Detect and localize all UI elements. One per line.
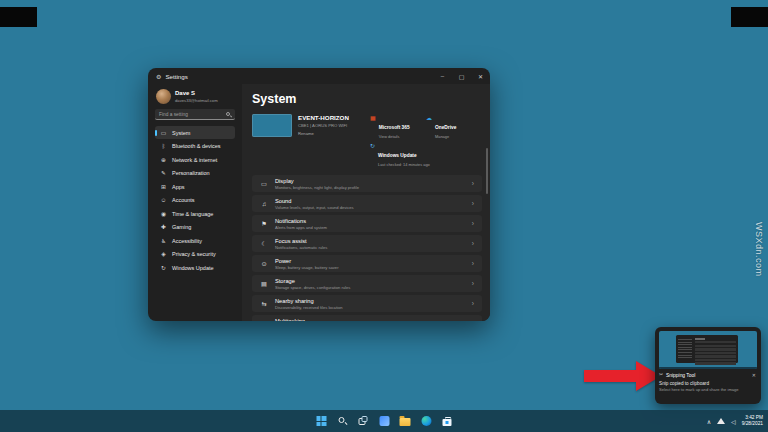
chevron-right-icon: › (472, 200, 474, 207)
settings-content: System EVENT-HORIZON CBE1 | AORUS PRO WI… (242, 84, 490, 321)
avatar (156, 89, 171, 104)
sidebar-item-gaming[interactable]: ✚ Gaming (155, 221, 235, 234)
toast-close-icon[interactable]: ✕ (751, 372, 757, 378)
sidebar-item-bluetooth-devices[interactable]: ᛒ Bluetooth & devices (155, 140, 235, 153)
gaming-icon: ✚ (160, 224, 167, 230)
sidebar-item-windows-update[interactable]: ↻ Windows Update (155, 261, 235, 274)
tray-date: 9/28/2021 (742, 421, 763, 427)
window-title: Settings (165, 73, 187, 80)
chevron-right-icon: › (472, 220, 474, 227)
search-taskbar-icon[interactable] (336, 414, 349, 428)
bluetooth-icon: ᛒ (160, 143, 167, 149)
system-icon: ▭ (160, 130, 167, 136)
search-icon (226, 112, 230, 116)
file-explorer-icon[interactable] (399, 414, 412, 428)
onedrive-card[interactable]: ☁ OneDrive Manage (426, 115, 482, 139)
toast-title: Snip copied to clipboard (659, 381, 757, 386)
start-button[interactable] (315, 414, 328, 428)
screen-artifact-right (731, 7, 768, 27)
settings-rows: ▭ DisplayMonitors, brightness, night lig… (252, 175, 482, 321)
sidebar-item-privacy-security[interactable]: ◈ Privacy & security (155, 248, 235, 261)
page-title: System (252, 92, 482, 106)
accessibility-icon: ♿ (160, 238, 167, 244)
chevron-right-icon: › (472, 300, 474, 307)
network-icon[interactable] (717, 418, 725, 424)
sidebar-item-accounts[interactable]: ☺ Accounts (155, 194, 235, 207)
toast-body: Select here to mark up and share the ima… (659, 387, 757, 392)
taskbar: ∧ ◁ 3:42 PM 9/28/2021 (0, 410, 768, 432)
focus-assist-icon: ☾ (260, 240, 268, 247)
settings-row-display[interactable]: ▭ DisplayMonitors, brightness, night lig… (252, 175, 482, 192)
snipping-tool-icon: ✂ (659, 373, 663, 378)
chevron-right-icon: › (472, 260, 474, 267)
windows-update-icon: ↻ (160, 265, 167, 271)
search-input[interactable]: Find a setting (155, 109, 235, 120)
user-profile[interactable]: Dave S daves33@hotmail.com (155, 86, 235, 109)
rename-link[interactable]: Rename (298, 131, 349, 136)
chevron-right-icon: › (472, 180, 474, 187)
sidebar-item-time-language[interactable]: ◉ Time & language (155, 207, 235, 220)
microsoft-store-icon[interactable] (441, 414, 454, 428)
storage-icon: ▤ (260, 280, 268, 287)
time-language-icon: ◉ (160, 211, 167, 217)
scrollbar[interactable] (486, 148, 488, 194)
update-refresh-icon: ↻ (370, 143, 375, 149)
settings-row-notifications[interactable]: ⚑ NotificationsAlerts from apps and syst… (252, 215, 482, 232)
search-placeholder: Find a setting (159, 112, 188, 117)
device-name: EVENT-HORIZON (298, 114, 349, 121)
accounts-icon: ☺ (160, 197, 167, 203)
chevron-right-icon: › (472, 240, 474, 247)
sidebar: Dave S daves33@hotmail.com Find a settin… (148, 84, 242, 321)
volume-icon[interactable]: ◁ (731, 418, 736, 425)
watermark: WSXdn.com (754, 222, 764, 277)
sidebar-item-apps[interactable]: ⊞ Apps (155, 180, 235, 193)
nearby-sharing-icon: ⇆ (260, 300, 268, 307)
chevron-right-icon: › (472, 320, 474, 321)
display-icon: ▭ (260, 180, 268, 187)
apps-icon: ⊞ (160, 184, 167, 190)
widgets-icon[interactable] (378, 414, 391, 428)
edge-browser-icon[interactable] (420, 414, 433, 428)
task-view-icon[interactable] (357, 414, 370, 428)
snip-thumbnail[interactable] (659, 331, 757, 369)
personalization-icon: ✎ (160, 170, 167, 176)
tray-clock[interactable]: 3:42 PM 9/28/2021 (742, 415, 763, 427)
settings-row-nearby-sharing[interactable]: ⇆ Nearby sharingDiscoverability, receive… (252, 295, 482, 312)
mini-settings-window (676, 335, 738, 363)
device-wallpaper-thumbnail (252, 114, 292, 137)
annotation-arrow (584, 361, 662, 391)
multitasking-icon: ▣ (260, 320, 268, 321)
sidebar-item-personalization[interactable]: ✎ Personalization (155, 167, 235, 180)
settings-row-storage[interactable]: ▤ StorageStorage space, drives, configur… (252, 275, 482, 292)
sidebar-item-network-internet[interactable]: ⊕ Network & internet (155, 153, 235, 166)
minimize-button[interactable]: – (433, 68, 452, 84)
snip-notification[interactable]: ✂ Snipping Tool ✕ Snip copied to clipboa… (655, 327, 761, 404)
user-email: daves33@hotmail.com (175, 98, 218, 103)
onedrive-cloud-icon: ☁ (426, 115, 432, 121)
screen-artifact-left (0, 7, 37, 27)
settings-row-focus-assist[interactable]: ☾ Focus assistNotifications, automatic r… (252, 235, 482, 252)
privacy-security-icon: ◈ (160, 251, 167, 257)
microsoft-365-card[interactable]: ▦ Microsoft 365 View details (370, 115, 426, 139)
sound-icon: ♫ (260, 200, 268, 207)
microsoft-365-icon: ▦ (370, 115, 376, 121)
sidebar-item-system[interactable]: ▭ System (155, 126, 235, 139)
settings-row-power[interactable]: ⊙ PowerSleep, battery usage, battery sav… (252, 255, 482, 272)
settings-row-sound[interactable]: ♫ SoundVolume levels, output, input, sou… (252, 195, 482, 212)
notifications-icon: ⚑ (260, 220, 268, 227)
titlebar[interactable]: ⚙ Settings – ▢ ✕ (148, 68, 490, 84)
maximize-button[interactable]: ▢ (452, 68, 471, 84)
close-button[interactable]: ✕ (471, 68, 490, 84)
toast-app-name: Snipping Tool (666, 373, 695, 378)
windows-update-card[interactable]: ↻ Windows Update Last checked: 14 minute… (370, 143, 482, 167)
power-icon: ⊙ (260, 260, 268, 267)
settings-gear-icon: ⚙ (156, 73, 161, 80)
settings-window: ⚙ Settings – ▢ ✕ Dave S daves33@hotmail.… (148, 68, 490, 321)
device-model: CBE1 | AORUS PRO WIFI (298, 123, 349, 128)
sidebar-item-accessibility[interactable]: ♿ Accessibility (155, 234, 235, 247)
network-icon: ⊕ (160, 157, 167, 163)
chevron-right-icon: › (472, 280, 474, 287)
user-name: Dave S (175, 90, 218, 97)
tray-overflow-chevron-icon[interactable]: ∧ (707, 418, 711, 425)
settings-row-multitasking[interactable]: ▣ MultitaskingSnap windows, desktops, ta… (252, 315, 482, 321)
